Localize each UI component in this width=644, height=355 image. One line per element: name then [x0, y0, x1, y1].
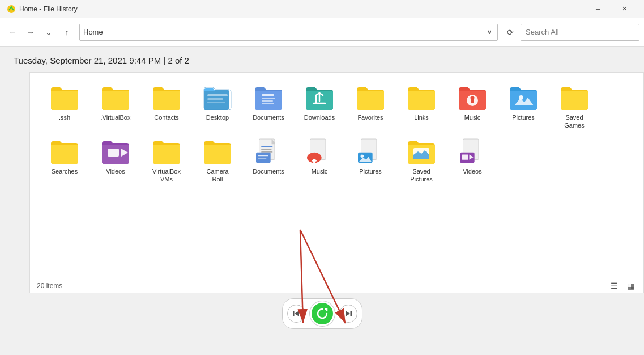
file-item-music[interactable]: Music [447, 79, 498, 133]
title-bar: Home - File History ─ ✕ [0, 0, 644, 18]
file-item-videos[interactable]: Videos [90, 133, 141, 187]
file-grid-container: .ssh .VirtualBox Contacts Desktop Docume… [29, 72, 644, 293]
file-label-saved-games: Saved Games [564, 113, 584, 130]
file-item-music2[interactable]: Music [294, 133, 345, 187]
file-icon-documents [254, 84, 283, 111]
file-label-videos: Videos [106, 167, 125, 175]
svg-rect-31 [462, 155, 468, 160]
svg-rect-34 [293, 311, 295, 316]
file-item-desktop[interactable]: Desktop [192, 79, 243, 133]
file-label-contacts: Contacts [154, 113, 178, 121]
svg-rect-16 [261, 149, 271, 150]
window-title: Home - File History [19, 5, 585, 13]
app-icon [7, 5, 16, 14]
file-icon-videos2 [458, 138, 487, 165]
close-button[interactable]: ✕ [611, 0, 637, 18]
file-label-pictures: Pictures [512, 113, 535, 121]
file-item-favorites[interactable]: Favorites [345, 79, 396, 133]
svg-rect-21 [258, 158, 267, 159]
file-icon-links [407, 84, 436, 111]
svg-point-27 [361, 155, 364, 158]
file-item-ssh[interactable]: .ssh [39, 79, 90, 133]
file-label-camera-roll: Camera Roll [206, 167, 228, 184]
file-label-saved-pics: Saved Pictures [410, 167, 433, 184]
file-icon-ssh [50, 84, 79, 111]
svg-rect-5 [262, 94, 274, 96]
file-item-links[interactable]: Links [396, 79, 447, 133]
file-item-contacts[interactable]: Contacts [141, 79, 192, 133]
file-item-pictures[interactable]: Pictures [498, 79, 549, 133]
file-item-documents[interactable]: Documents [243, 79, 294, 133]
svg-marker-35 [346, 311, 350, 316]
file-item-downloads[interactable]: Downloads [294, 79, 345, 133]
date-header: Tuesday, September 21, 2021 9:44 PM | 2 … [0, 47, 644, 72]
file-label-music: Music [464, 113, 481, 121]
status-bar: 20 items ☰ ▦ [30, 278, 643, 293]
svg-rect-17 [261, 151, 272, 153]
bottom-nav [0, 293, 644, 334]
file-label-downloads: Downloads [304, 113, 335, 121]
file-label-ssh: .ssh [59, 113, 70, 121]
file-icon-downloads [305, 84, 334, 111]
file-icon-music [458, 84, 487, 111]
forward-button[interactable]: → [23, 24, 39, 40]
file-item-saved-games[interactable]: Saved Games [549, 79, 600, 133]
svg-rect-36 [350, 311, 352, 316]
left-panel [0, 72, 29, 293]
file-icon-camera-roll [203, 138, 232, 165]
svg-marker-33 [295, 311, 299, 316]
file-label-favorites: Favorites [357, 113, 383, 121]
file-icon-vbox-vms [152, 138, 181, 165]
file-grid: .ssh .VirtualBox Contacts Desktop Docume… [30, 73, 643, 278]
up-button[interactable]: ↑ [59, 24, 75, 40]
address-input[interactable] [83, 28, 485, 36]
svg-rect-2 [207, 94, 228, 96]
address-dropdown-arrow[interactable]: ∨ [487, 28, 492, 36]
svg-point-11 [519, 95, 523, 100]
recent-locations-button[interactable]: ⌄ [41, 24, 57, 40]
search-input[interactable] [521, 24, 639, 41]
file-icon-pictures [509, 84, 538, 111]
file-label-virtualbox: .VirtualBox [101, 113, 131, 121]
file-icon-saved-pics [407, 138, 436, 165]
svg-rect-7 [262, 100, 273, 102]
file-icon-music2 [305, 138, 334, 165]
svg-rect-15 [261, 146, 272, 147]
file-item-camera-roll[interactable]: Camera Roll [192, 133, 243, 187]
grid-view-button[interactable]: ▦ [625, 280, 637, 291]
file-item-virtualbox[interactable]: .VirtualBox [90, 79, 141, 133]
next-button[interactable] [339, 305, 357, 323]
file-label-pictures2: Pictures [359, 167, 382, 175]
file-item-pictures2[interactable]: Pictures [345, 133, 396, 187]
svg-point-24 [313, 160, 316, 163]
file-icon-videos [101, 138, 130, 165]
svg-rect-8 [262, 103, 274, 104]
back-button[interactable]: ← [5, 24, 20, 40]
file-icon-documents2 [254, 138, 283, 165]
file-item-videos2[interactable]: Videos [447, 133, 498, 187]
svg-rect-6 [262, 98, 275, 99]
file-item-saved-pics[interactable]: Saved Pictures [396, 133, 447, 187]
refresh-button[interactable]: ⟳ [502, 24, 518, 40]
file-item-documents2[interactable]: Documents [243, 133, 294, 187]
file-label-desktop: Desktop [206, 113, 229, 121]
restore-button[interactable] [310, 301, 335, 326]
date-text: Tuesday, September 21, 2021 9:44 PM | 2 … [14, 56, 189, 65]
file-label-music2: Music [312, 167, 328, 175]
svg-rect-20 [258, 155, 268, 156]
list-view-button[interactable]: ☰ [608, 280, 620, 291]
file-icon-contacts [152, 84, 181, 111]
prev-button[interactable] [287, 305, 305, 323]
address-bar[interactable]: ∨ [79, 24, 498, 41]
file-label-searches: Searches [52, 167, 78, 175]
window-controls: ─ ✕ [585, 0, 637, 18]
file-icon-pictures2 [356, 138, 385, 165]
svg-rect-12 [108, 149, 119, 157]
file-label-vbox-vms: VirtualBox VMs [152, 167, 181, 184]
file-item-searches[interactable]: Searches [39, 133, 90, 187]
svg-point-10 [471, 100, 474, 103]
minimize-button[interactable]: ─ [585, 0, 611, 18]
file-item-vbox-vms[interactable]: VirtualBox VMs [141, 133, 192, 187]
nav-bar: ← → ⌄ ↑ ∨ ⟳ [0, 18, 644, 47]
file-label-videos2: Videos [463, 167, 481, 175]
